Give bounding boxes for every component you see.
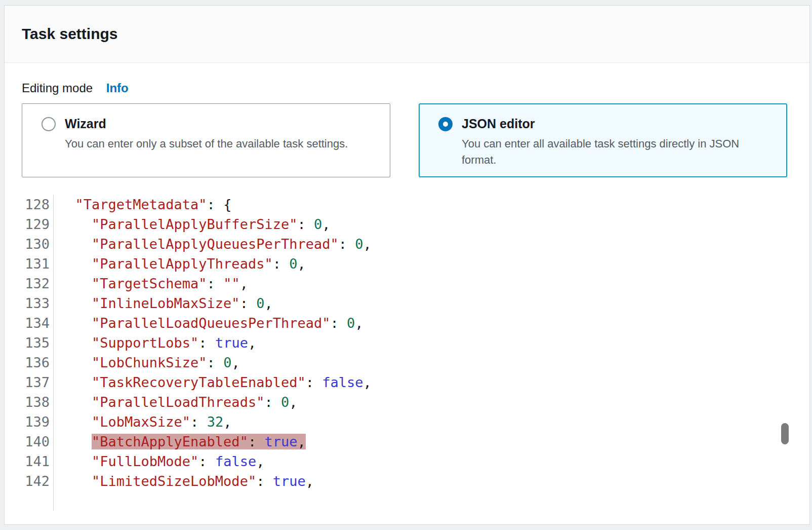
code-line[interactable]: 128 "TargetMetadata": { [5,195,787,214]
json-value: false [215,453,256,469]
code-text: "ParallelLoadQueuesPerThread": 0, [54,313,363,333]
json-key: "TaskRecoveryTableEnabled" [92,374,306,390]
line-number [5,491,54,511]
code-text: "TargetMetadata": { [54,195,231,214]
editing-mode-label: Editing mode [22,81,93,95]
json-value: true [273,473,306,489]
json-value: 0 [314,216,322,232]
code-line[interactable]: 133 "InlineLobMaxSize": 0, [5,293,787,313]
code-text: "ParallelApplyQueuesPerThread": 0, [54,234,372,254]
json-value: { [223,197,231,212]
json-key: "LimitedSizeLobMode" [92,473,256,489]
option-label: Wizard [65,117,106,131]
json-key: "BatchApplyEnabled" [92,434,248,449]
vertical-scrollbar-thumb[interactable] [781,423,789,444]
json-key: "ParallelLoadQueuesPerThread" [92,315,330,331]
code-line[interactable]: 140 "BatchApplyEnabled": true, [5,432,787,451]
json-value: true [264,434,297,449]
json-value: false [322,374,363,390]
info-link[interactable]: Info [106,81,129,95]
code-text: "ParallelApplyThreads": 0, [54,254,306,274]
json-key: "FullLobMode" [92,453,198,469]
code-line[interactable]: 129 "ParallelApplyBufferSize": 0, [5,214,787,234]
editing-mode-option-wizard[interactable]: WizardYou can enter only a subset of the… [22,103,390,177]
editing-mode-options: WizardYou can enter only a subset of the… [22,103,787,177]
code-line[interactable]: 135 "SupportLobs": true, [5,333,787,353]
line-number: 132 [5,274,54,293]
code-line[interactable]: 130 "ParallelApplyQueuesPerThread": 0, [5,234,787,254]
panel-title: Task settings [22,25,118,43]
line-number: 140 [5,432,54,451]
line-number: 139 [5,412,54,432]
code-text: "ParallelLoadThreads": 0, [54,392,297,412]
editing-mode-row: Editing mode Info [22,81,787,95]
code-text: "InlineLobMaxSize": 0, [54,293,273,313]
line-number: 142 [5,471,54,491]
json-key: "InlineLobMaxSize" [92,295,240,311]
json-value: 0 [223,355,231,370]
line-number: 129 [5,214,54,234]
code-text: "LimitedSizeLobMode": true, [54,471,314,491]
line-number: 136 [5,353,54,372]
code-line[interactable]: 136 "LobChunkSize": 0, [5,353,787,372]
code-text: "LobChunkSize": 0, [54,353,240,372]
editing-mode-option-json-editor[interactable]: JSON editorYou can enter all available t… [419,103,787,177]
json-value: 0 [281,394,289,410]
code-text [54,491,59,511]
code-line[interactable]: 131 "ParallelApplyThreads": 0, [5,254,787,274]
json-value: 0 [347,315,355,331]
panel-body: Editing mode Info WizardYou can enter on… [5,63,809,511]
json-value: 0 [256,295,264,311]
code-line[interactable]: 141 "FullLobMode": false, [5,451,787,471]
code-line[interactable]: 142 "LimitedSizeLobMode": true, [5,471,787,491]
json-value: "" [223,276,240,291]
line-number: 131 [5,254,54,274]
line-number: 128 [5,195,54,214]
radio-button-wizard[interactable] [42,117,56,131]
code-line[interactable]: 138 "ParallelLoadThreads": 0, [5,392,787,412]
json-key: "LobChunkSize" [92,355,207,370]
code-line[interactable]: 132 "TargetSchema": "", [5,274,787,293]
json-key: "TargetMetadata" [75,197,207,212]
code-line[interactable]: 137 "TaskRecoveryTableEnabled": false, [5,372,787,392]
json-key: "TargetSchema" [92,276,207,291]
json-key: "ParallelLoadThreads" [92,394,264,410]
line-number: 130 [5,234,54,254]
code-text: "FullLobMode": false, [54,451,264,471]
json-key: "SupportLobs" [92,335,198,351]
code-text: "TaskRecoveryTableEnabled": false, [54,372,372,392]
json-code-editor[interactable]: 128 "TargetMetadata": {129 "ParallelAppl… [5,195,787,511]
code-line[interactable] [5,491,787,511]
code-line[interactable]: 139 "LobMaxSize": 32, [5,412,787,432]
line-number: 138 [5,392,54,412]
code-text: "TargetSchema": "", [54,274,248,293]
code-text: "ParallelApplyBufferSize": 0, [54,214,330,234]
line-number: 133 [5,293,54,313]
code-text: "LobMaxSize": 32, [54,412,231,432]
json-value: true [215,335,248,351]
json-value: 32 [207,414,224,430]
line-number: 135 [5,333,54,353]
option-description: You can enter all available task setting… [462,136,777,168]
json-key: "ParallelApplyQueuesPerThread" [92,236,339,252]
code-text: "SupportLobs": true, [54,333,256,353]
line-number: 141 [5,451,54,471]
option-label: JSON editor [462,117,535,131]
line-number: 134 [5,313,54,333]
code-text: "BatchApplyEnabled": true, [54,432,306,451]
line-number: 137 [5,372,54,392]
option-description: You can enter only a subset of the avail… [65,136,380,152]
panel-header: Task settings [5,6,809,63]
radio-button-json-editor[interactable] [438,117,453,131]
search-highlight: "BatchApplyEnabled": true, [92,434,306,449]
json-value: 0 [355,236,363,252]
code-line[interactable]: 134 "ParallelLoadQueuesPerThread": 0, [5,313,787,333]
json-key: "ParallelApplyBufferSize" [92,216,297,232]
task-settings-panel: Task settings Editing mode Info WizardYo… [4,5,810,525]
json-key: "LobMaxSize" [92,414,190,430]
json-value: 0 [289,256,297,272]
json-key: "ParallelApplyThreads" [92,256,273,272]
